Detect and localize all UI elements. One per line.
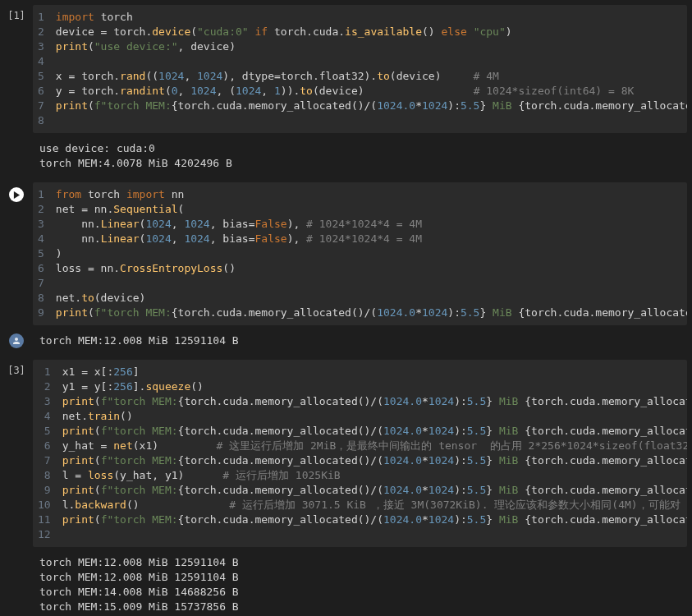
code-body[interactable]: from torch import nn net = nn.Sequential… bbox=[53, 182, 687, 325]
cell-1-code[interactable]: 12345678 import torch device = torch.dev… bbox=[33, 5, 687, 133]
cell-1-output-row: use device: cuda:0 torch MEM:4.0078 MiB … bbox=[0, 136, 692, 179]
cell-1: [1] 12345678 import torch device = torch… bbox=[0, 5, 692, 133]
cell-3-output: torch MEM:12.008 MiB 12591104 B torch ME… bbox=[33, 550, 687, 616]
cell-1-gutter: [1] bbox=[0, 5, 33, 133]
cell-3-output-row: torch MEM:12.008 MiB 12591104 B torch ME… bbox=[0, 550, 692, 616]
play-icon bbox=[13, 191, 21, 199]
cell-2-output-row: torch MEM:12.008 MiB 12591104 B bbox=[0, 329, 692, 356]
cell-2-gutter bbox=[0, 182, 33, 325]
run-button[interactable] bbox=[9, 187, 24, 202]
cell-3-gutter: [3] bbox=[0, 360, 33, 547]
cell-2-code[interactable]: 123456789 from torch import nn net = nn.… bbox=[33, 182, 687, 325]
cell-3: [3] 123456789101112 x1 = x[:256] y1 = y[… bbox=[0, 360, 692, 547]
cell-2-output-gutter bbox=[0, 329, 33, 356]
cell-2-output: torch MEM:12.008 MiB 12591104 B bbox=[33, 329, 687, 356]
line-numbers: 12345678 bbox=[33, 5, 53, 133]
cell-3-code[interactable]: 123456789101112 x1 = x[:256] y1 = y[:256… bbox=[33, 360, 687, 547]
avatar-icon bbox=[9, 333, 24, 348]
exec-label: [1] bbox=[7, 10, 25, 21]
cell-1-output: use device: cuda:0 torch MEM:4.0078 MiB … bbox=[33, 136, 687, 179]
exec-label: [3] bbox=[7, 365, 25, 376]
code-body[interactable]: import torch device = torch.device("cuda… bbox=[53, 5, 687, 133]
code-body[interactable]: x1 = x[:256] y1 = y[:256].squeeze() prin… bbox=[59, 360, 687, 547]
cell-2: 123456789 from torch import nn net = nn.… bbox=[0, 182, 692, 325]
line-numbers: 123456789101112 bbox=[33, 360, 59, 547]
line-numbers: 123456789 bbox=[33, 182, 53, 325]
